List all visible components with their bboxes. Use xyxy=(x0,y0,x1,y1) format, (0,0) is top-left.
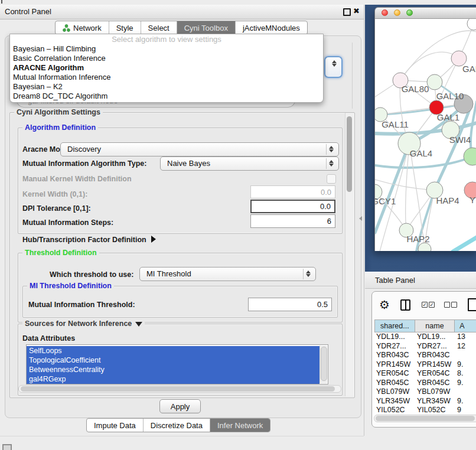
checked-checkbox-icon[interactable]: ✓ xyxy=(429,302,435,308)
table-row[interactable]: YBL079WYBL079W xyxy=(374,387,476,397)
node-label-gal11: GAL11 xyxy=(382,119,409,129)
table-row[interactable]: YBR045CYBR045C9. xyxy=(374,379,476,388)
scrollbar-thumb[interactable] xyxy=(376,416,475,421)
manual-kernel-checkbox[interactable] xyxy=(327,174,336,184)
network-edge[interactable] xyxy=(380,107,436,115)
table-row[interactable]: YLR345WYLR345W9. xyxy=(374,397,476,406)
tab-label: Network xyxy=(73,24,102,32)
table-row[interactable]: YDL19...YDL19...13 xyxy=(374,332,476,342)
algorithm-option-basic-correlation-inference[interactable]: Basic Correlation Inference xyxy=(10,54,323,63)
top-edge-artifact xyxy=(1,0,2,4)
table-row[interactable]: YIL052CYIL052C9 xyxy=(374,406,476,415)
table-cell: YDL19... xyxy=(415,332,455,342)
gear-icon[interactable]: ⚙ xyxy=(379,298,390,312)
panel-title: Control Panel xyxy=(5,5,51,19)
dpi-tolerance-field[interactable]: 0.0 xyxy=(250,200,335,213)
algorithm-dropdown-popup: Select algorithm to view settings Bayesi… xyxy=(9,34,324,103)
split-columns-icon[interactable] xyxy=(400,299,410,311)
tab-impute-data[interactable]: Impute Data xyxy=(87,419,143,432)
column-header-name[interactable]: name xyxy=(415,319,455,332)
scrollbar-thumb[interactable] xyxy=(21,386,335,392)
tab-style[interactable]: Style xyxy=(109,21,141,34)
table-row[interactable]: YPR145WYPR145W9. xyxy=(374,360,476,370)
attribute-item-betweennesscentrality[interactable]: BetweennessCentrality xyxy=(27,365,319,374)
table-row[interactable]: YDR27...YDR27...12 xyxy=(374,342,476,351)
zoom-traffic-light[interactable] xyxy=(406,9,413,16)
tab-cyni-toolbox[interactable]: Cyni Toolbox xyxy=(177,21,235,34)
table-cell: YBL079W xyxy=(415,387,455,397)
tab-jactivemnodules[interactable]: jActiveMNodules xyxy=(235,21,307,34)
minimize-traffic-light[interactable] xyxy=(394,9,400,16)
table-browser-window: ⚙ ✓ ✓ shared...nameA YDL19...YDL19...13Y… xyxy=(371,291,476,428)
kernel-width-field[interactable]: 0.0 xyxy=(250,185,335,198)
algorithm-option-bayesian-k2[interactable]: Bayesian – K2 xyxy=(10,82,323,92)
network-edge[interactable] xyxy=(453,237,476,251)
list-scrollbar[interactable] xyxy=(319,345,327,383)
tab-discretize-data[interactable]: Discretize Data xyxy=(143,419,210,432)
unchecked-checkbox-icon[interactable] xyxy=(451,302,457,308)
attribute-item-selfloops[interactable]: SelfLoops xyxy=(27,346,319,356)
settings-scrollbar[interactable] xyxy=(345,113,354,396)
hub-definition-toggle[interactable]: Hub/Transcription Factor Definition xyxy=(22,236,156,244)
aracne-mode-combo[interactable]: Discovery xyxy=(60,142,339,156)
tab-infer-network[interactable]: Infer Network xyxy=(210,419,270,432)
table-cell: 9. xyxy=(455,397,476,406)
tab-label: Infer Network xyxy=(217,421,263,430)
attribute-item-gal4rgexp[interactable]: gal4RGexp xyxy=(27,374,319,384)
table-hscrollbar[interactable] xyxy=(374,415,476,422)
close-traffic-light[interactable] xyxy=(382,9,388,16)
table-cell: YBL079W xyxy=(374,387,415,397)
algorithm-option-aracne-algorithm[interactable]: ARACNE Algorithm xyxy=(10,63,323,73)
network-node[interactable] xyxy=(464,148,476,165)
checked-checkbox-icon[interactable]: ✓ xyxy=(422,302,428,308)
dock-panel-icon[interactable] xyxy=(2,444,12,450)
mi-steps-field[interactable]: 6 xyxy=(250,214,335,228)
resize-handle-icon[interactable] xyxy=(359,216,362,221)
network-node[interactable] xyxy=(467,19,476,30)
scrollbar-thumb[interactable] xyxy=(347,116,352,192)
data-attributes-list[interactable]: SelfLoopsTopologicalCoefficientBetweenne… xyxy=(26,344,328,384)
mi-algorithm-type-combo[interactable]: Naive Bayes xyxy=(160,156,339,171)
table-cell: 9. xyxy=(455,379,476,388)
panel-divider[interactable] xyxy=(364,5,364,436)
focused-combo-fragment[interactable] xyxy=(324,56,343,78)
screen: { "title_bar": {"title": "Control Panel"… xyxy=(0,0,476,450)
list-hscrollbar[interactable] xyxy=(18,385,341,393)
table-row[interactable]: YER054CYER054C8. xyxy=(374,369,476,379)
table-cell: YLR345W xyxy=(415,397,455,406)
document-icon[interactable] xyxy=(468,298,476,311)
network-edge[interactable] xyxy=(375,180,435,190)
expanded-arrow-icon xyxy=(135,322,142,327)
groupbox-fragment xyxy=(352,43,353,109)
table-cell: YIL052C xyxy=(374,406,415,415)
close-icon[interactable]: ✖ xyxy=(353,6,360,15)
attribute-item-topologicalcoefficient[interactable]: TopologicalCoefficient xyxy=(27,356,319,365)
table-panel-titlebar: Table Panel xyxy=(365,272,476,289)
algorithm-option-bayesian-hill-climbing[interactable]: Bayesian – Hill Climbing xyxy=(10,44,323,54)
sources-toggle[interactable]: Sources for Network Inference xyxy=(22,319,145,328)
float-panel-icon[interactable] xyxy=(343,8,351,16)
network-node-gal10[interactable] xyxy=(427,74,442,90)
network-node[interactable] xyxy=(418,243,431,251)
unchecked-checkbox-icon[interactable] xyxy=(444,302,450,308)
network-canvas[interactable]: GALGAL80GAL10GAL1GAL11SWI4GAL4GCY1HAP4YH… xyxy=(375,19,476,251)
attribute-items: SelfLoopsTopologicalCoefficientBetweenne… xyxy=(27,346,328,384)
algorithm-option-mutual-information-inference[interactable]: Mutual Information Inference xyxy=(10,73,323,82)
sources-title: Sources for Network Inference xyxy=(25,319,132,328)
tab-network[interactable]: Network xyxy=(56,21,109,34)
table-cell xyxy=(455,351,476,360)
apply-button[interactable]: Apply xyxy=(159,399,201,413)
mi-threshold-field[interactable]: 0.5 xyxy=(248,298,332,311)
scrollbar-thumb[interactable] xyxy=(321,347,327,381)
tab-select[interactable]: Select xyxy=(141,21,177,34)
table-cell: YPR145W xyxy=(415,360,455,370)
algorithm-option-list: Bayesian – Hill ClimbingBasic Correlatio… xyxy=(10,44,323,101)
algorithm-option-dream8-dc-tdc-algorithm[interactable]: Dream8 DC_TDC Algorithm xyxy=(10,92,323,101)
table-row[interactable]: YBR043CYBR043C xyxy=(374,351,476,360)
tab-label: Style xyxy=(116,24,133,32)
which-threshold-combo[interactable]: MI Threshold xyxy=(139,267,316,281)
network-window-titlebar[interactable] xyxy=(375,8,476,19)
column-header-shared[interactable]: shared... xyxy=(374,319,415,332)
collapsed-arrow-icon xyxy=(151,236,156,243)
column-header-a[interactable]: A xyxy=(455,319,476,332)
